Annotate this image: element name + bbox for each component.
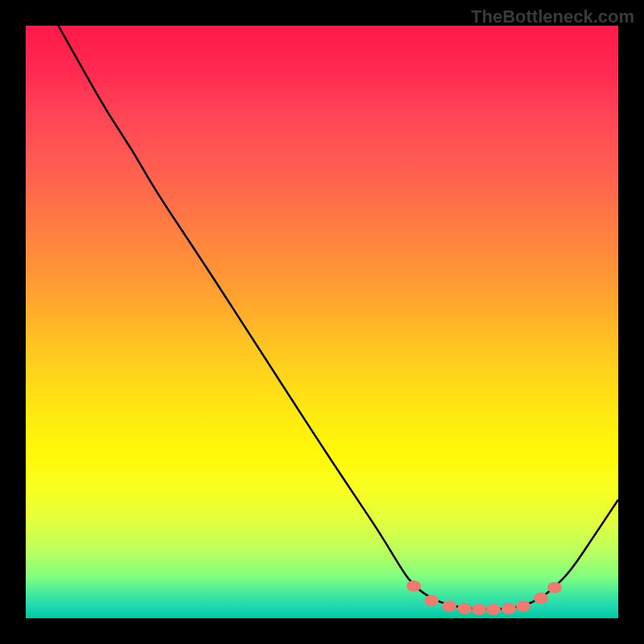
bottleneck-curve bbox=[26, 26, 618, 618]
data-marker bbox=[442, 601, 456, 612]
data-marker bbox=[547, 582, 562, 593]
data-marker bbox=[516, 601, 530, 612]
data-marker bbox=[534, 592, 548, 604]
watermark-text: TheBottleneck.com bbox=[471, 6, 634, 27]
data-marker bbox=[486, 604, 501, 615]
data-marker bbox=[502, 603, 516, 614]
data-marker bbox=[472, 604, 486, 615]
chart-plot-area bbox=[26, 26, 618, 618]
data-marker bbox=[457, 603, 472, 614]
data-marker bbox=[407, 580, 421, 592]
data-marker bbox=[424, 595, 439, 606]
